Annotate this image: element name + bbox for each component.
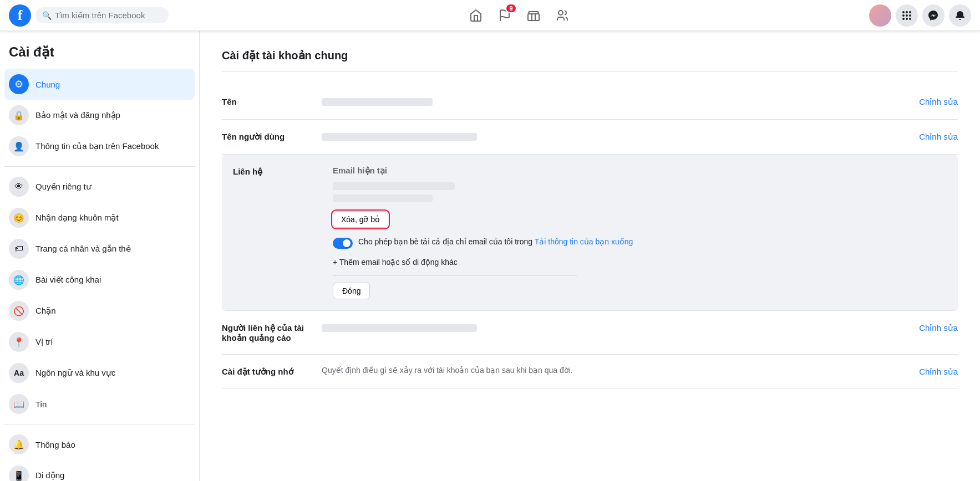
- vi-tri-icon: 📍: [9, 332, 29, 352]
- nguoi-lien-he-edit-button[interactable]: Chỉnh sửa: [919, 322, 958, 333]
- lien-he-label: Liên hệ: [233, 166, 333, 177]
- sidebar-divider-1: [4, 166, 195, 167]
- toggle-row: Cho phép bạn bè tải cả địa chỉ email của…: [333, 237, 947, 249]
- sidebar-item-bai-viet[interactable]: 🌐 Bài viết công khai: [4, 264, 195, 295]
- grid-icon-button[interactable]: [896, 4, 918, 27]
- svg-point-8: [909, 14, 911, 17]
- sidebar-item-chan[interactable]: 🚫 Chặn: [4, 295, 195, 326]
- ten-value: [322, 96, 919, 108]
- sidebar-item-chung[interactable]: ⚙ Chung: [4, 69, 195, 100]
- top-navigation: f 🔍 9: [0, 0, 980, 31]
- ten-nguoi-dung-label: Tên người dùng: [222, 131, 322, 142]
- ten-edit-button[interactable]: Chỉnh sửa: [919, 96, 958, 107]
- main-content: Cài đặt tài khoản chung Tên Chỉnh sửa Tê…: [200, 31, 980, 481]
- sidebar-item-label-bao-mat: Bảo mật và đăng nhập: [35, 110, 120, 120]
- add-email-link[interactable]: + Thêm email hoặc số di động khác: [333, 258, 947, 267]
- svg-point-10: [906, 18, 908, 20]
- sidebar-item-bao-mat[interactable]: 🔒 Bảo mật và đăng nhập: [4, 100, 195, 131]
- sidebar-item-trang-ca-nhan[interactable]: 🏷 Trang cá nhân và gắn thẻ: [4, 233, 195, 264]
- di-dong-icon: 📱: [9, 465, 29, 481]
- sidebar-item-label-thong-bao: Thông báo: [35, 440, 75, 449]
- sidebar-item-tin[interactable]: 📖 Tin: [4, 388, 195, 419]
- sidebar-item-label-chung: Chung: [35, 80, 60, 89]
- trang-ca-nhan-icon: 🏷: [9, 239, 29, 259]
- sidebar: Cài đặt ⚙ Chung 🔒 Bảo mật và đăng nhập 👤…: [0, 31, 200, 481]
- ten-nguoi-dung-blurred: [322, 133, 477, 141]
- ngon-ngu-icon: Aa: [9, 363, 29, 383]
- svg-point-9: [902, 18, 905, 20]
- sidebar-item-ngon-ngu[interactable]: Aa Ngôn ngữ và khu vực: [4, 357, 195, 388]
- lien-he-row: Liên hệ Email hiện tại Xóa, gỡ bỏ Cho ph…: [222, 155, 958, 311]
- sidebar-item-nhan-dang[interactable]: 😊 Nhận dạng khuôn mặt: [4, 202, 195, 233]
- chan-icon: 🚫: [9, 301, 29, 321]
- facebook-logo[interactable]: f: [9, 4, 31, 27]
- email-blurred-1: [333, 182, 455, 190]
- bai-viet-icon: 🌐: [9, 270, 29, 290]
- bao-mat-icon: 🔒: [9, 105, 29, 125]
- search-box[interactable]: 🔍: [35, 7, 169, 23]
- sidebar-item-di-dong[interactable]: 📱 Di động: [4, 460, 195, 481]
- ten-blurred: [322, 98, 433, 106]
- ten-nguoi-dung-row: Tên người dùng Chỉnh sửa: [222, 120, 958, 155]
- search-icon: 🔍: [42, 11, 52, 20]
- sidebar-item-thong-bao[interactable]: 🔔 Thông báo: [4, 429, 195, 460]
- svg-point-7: [906, 14, 908, 17]
- flag-badge: 9: [505, 3, 516, 13]
- email-share-toggle[interactable]: [333, 238, 353, 249]
- people-nav-button[interactable]: [549, 2, 576, 29]
- sidebar-item-thong-tin[interactable]: 👤 Thông tin của bạn trên Facebook: [4, 131, 195, 162]
- sidebar-item-label-bai-viet: Bài viết công khai: [35, 275, 101, 285]
- ten-label: Tên: [222, 96, 322, 106]
- tuong-nho-row: Cài đặt tưởng nhớ Quyết định điều gì sẽ …: [222, 355, 958, 388]
- home-nav-button[interactable]: [463, 2, 489, 29]
- tuong-nho-label: Cài đặt tưởng nhớ: [222, 366, 322, 377]
- page-layout: Cài đặt ⚙ Chung 🔒 Bảo mật và đăng nhập 👤…: [0, 31, 980, 481]
- email-blurred-2: [333, 195, 433, 202]
- ten-row: Tên Chỉnh sửa: [222, 85, 958, 120]
- nhan-dang-icon: 😊: [9, 208, 29, 228]
- nguoi-lien-he-label: Người liên hệ của tài khoản quảng cáo: [222, 322, 322, 343]
- tuong-nho-value: Quyết định điều gì sẽ xảy ra với tài kho…: [322, 366, 919, 375]
- ten-nguoi-dung-edit-button[interactable]: Chỉnh sửa: [919, 131, 958, 142]
- svg-point-5: [909, 11, 911, 13]
- sidebar-item-label-di-dong: Di động: [35, 470, 64, 480]
- messenger-icon-button[interactable]: [922, 4, 945, 27]
- contact-divider: [333, 275, 577, 276]
- user-avatar[interactable]: [869, 4, 891, 27]
- sidebar-item-label-trang-ca-nhan: Trang cá nhân và gắn thẻ: [35, 244, 131, 254]
- sidebar-divider-2: [4, 424, 195, 424]
- sidebar-item-label-thong-tin: Thông tin của bạn trên Facebook: [35, 141, 159, 151]
- sidebar-item-label-quyen-rieng-tu: Quyền riêng tư: [35, 182, 92, 192]
- search-input[interactable]: [55, 11, 162, 20]
- svg-point-11: [909, 18, 911, 20]
- sidebar-item-label-vi-tri: Vị trí: [35, 337, 53, 347]
- flag-nav-button[interactable]: 9: [491, 2, 518, 29]
- xoa-go-bo-button[interactable]: Xóa, gỡ bỏ: [333, 211, 388, 228]
- toggle-link[interactable]: Tải thông tin của bạn xuống: [535, 237, 633, 246]
- notification-icon-button[interactable]: [949, 4, 971, 27]
- tuong-nho-edit-button[interactable]: Chỉnh sửa: [919, 366, 958, 377]
- ten-nguoi-dung-value: [322, 131, 919, 143]
- email-hien-tai-label: Email hiện tại: [333, 166, 947, 176]
- nguoi-lien-he-row: Người liên hệ của tài khoản quảng cáo Ch…: [222, 311, 958, 355]
- quyen-rieng-tu-icon: 👁: [9, 177, 29, 197]
- sidebar-item-label-tin: Tin: [35, 400, 47, 409]
- svg-point-3: [902, 11, 905, 13]
- svg-point-2: [558, 11, 563, 15]
- nav-right: [869, 4, 971, 27]
- toggle-text: Cho phép bạn bè tải cả địa chỉ email của…: [358, 237, 633, 248]
- sidebar-item-label-ngon-ngu: Ngôn ngữ và khu vực: [35, 368, 115, 378]
- svg-point-6: [902, 14, 905, 17]
- nguoi-lien-he-blurred: [322, 324, 477, 332]
- sidebar-item-quyen-rieng-tu[interactable]: 👁 Quyền riêng tư: [4, 171, 195, 202]
- contact-section: Email hiện tại Xóa, gỡ bỏ Cho phép bạn b…: [333, 166, 947, 299]
- svg-point-4: [906, 11, 908, 13]
- page-title: Cài đặt tài khoản chung: [222, 49, 958, 71]
- nguoi-lien-he-value: [322, 322, 919, 334]
- sidebar-item-vi-tri[interactable]: 📍 Vị trí: [4, 326, 195, 357]
- thong-tin-icon: 👤: [9, 136, 29, 156]
- tuong-nho-text: Quyết định điều gì sẽ xảy ra với tài kho…: [322, 366, 919, 375]
- store-nav-button[interactable]: [520, 2, 547, 29]
- dong-button[interactable]: Đóng: [333, 283, 370, 299]
- sidebar-item-label-chan: Chặn: [35, 306, 56, 316]
